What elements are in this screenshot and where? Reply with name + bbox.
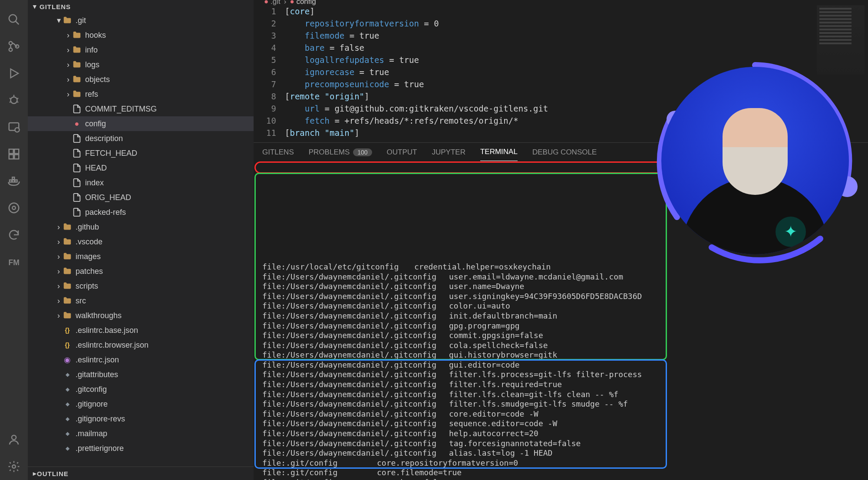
folder-icon xyxy=(63,266,72,276)
tree-item-label: .eslintrc.json xyxy=(76,355,119,365)
svg-point-25 xyxy=(12,435,16,440)
search-icon[interactable] xyxy=(7,12,21,27)
tree-item-label: packed-refs xyxy=(85,208,126,217)
tree-item[interactable]: ◆.mailmap xyxy=(28,426,254,441)
terminal-line: file:/Users/dwaynemcdaniel/.gitconfiguse… xyxy=(262,282,859,292)
scm-icon[interactable] xyxy=(7,39,21,54)
panel-tab-jupyter[interactable]: JUPYTER xyxy=(432,144,465,161)
json-icon: {} xyxy=(63,325,72,335)
explorer-sidebar: ▾ GITLENS ▾.git›hooks›info›logs›objects›… xyxy=(28,0,254,480)
tree-item[interactable]: HEAD xyxy=(28,161,254,175)
panel-tab-debug-console[interactable]: DEBUG CONSOLE xyxy=(532,144,597,161)
tree-item[interactable]: ›src xyxy=(28,293,254,308)
tree-item[interactable]: ◆.gitignore xyxy=(28,397,254,411)
terminal-line: file:/Users/dwaynemcdaniel/.gitconfiguse… xyxy=(262,292,859,302)
terminal-line: file:/Users/dwaynemcdaniel/.gitconfigcor… xyxy=(262,409,859,419)
folder-icon xyxy=(72,30,82,40)
svg-point-13 xyxy=(15,128,20,132)
panel-tab-label: PROBLEMS xyxy=(309,148,350,157)
panel-tab-label: TERMINAL xyxy=(480,148,518,156)
debug-alt-icon[interactable] xyxy=(7,66,21,81)
panel-tab-problems[interactable]: PROBLEMS100 xyxy=(309,144,372,161)
fm-icon[interactable]: FM xyxy=(7,254,21,269)
file-modified-icon: ● xyxy=(72,119,82,128)
gear-icon[interactable] xyxy=(7,459,21,474)
remote-explorer-icon[interactable] xyxy=(7,120,21,135)
tree-item-label: images xyxy=(76,252,101,261)
file-tree[interactable]: ▾.git›hooks›info›logs›objects›refs COMMI… xyxy=(28,13,254,467)
tree-item[interactable]: {}.eslintrc.base.json xyxy=(28,323,254,338)
config-file-icon: ◆ xyxy=(63,414,72,424)
bug-icon[interactable] xyxy=(7,93,21,108)
svg-rect-14 xyxy=(9,149,13,154)
tree-item[interactable]: {}.eslintrc.browser.json xyxy=(28,338,254,352)
tree-item[interactable]: COMMIT_EDITMSG xyxy=(28,102,254,116)
tree-item[interactable]: ◆.prettierignore xyxy=(28,441,254,456)
tree-item[interactable]: ›.vscode xyxy=(28,234,254,249)
panel-tab-output[interactable]: OUTPUT xyxy=(387,144,417,161)
folder-icon xyxy=(72,75,82,84)
terminal-line: file:/Users/dwaynemcdaniel/.gitconfigseq… xyxy=(262,419,859,429)
terminal-line: file:/Users/dwaynemcdaniel/.gitconfiggui… xyxy=(262,360,859,370)
tree-item[interactable]: ›refs xyxy=(28,87,254,102)
terminal-line: file:/Users/dwaynemcdaniel/.gitconfigtag… xyxy=(262,439,859,449)
tree-item[interactable]: ◆.gitconfig xyxy=(28,382,254,397)
chevron-right-icon: › xyxy=(55,223,63,231)
panel-tab-gitlens[interactable]: GITLENS xyxy=(262,144,294,161)
tree-item[interactable]: ◉.eslintrc.json xyxy=(28,352,254,367)
tree-item[interactable]: ◆.gitattributes xyxy=(28,367,254,382)
git-branch-icon[interactable] xyxy=(7,201,21,215)
tree-item[interactable]: ▾.git xyxy=(28,13,254,28)
explorer-title[interactable]: ▾ GITLENS xyxy=(28,0,254,13)
tree-item[interactable]: ›objects xyxy=(28,72,254,87)
file-icon xyxy=(72,193,82,202)
folder-icon xyxy=(72,60,82,69)
tree-item[interactable]: ›hooks xyxy=(28,28,254,43)
svg-line-1 xyxy=(16,21,19,25)
extensions-icon[interactable] xyxy=(7,147,21,161)
tree-item[interactable]: ◆.gitignore-revs xyxy=(28,411,254,426)
tree-item[interactable]: ●config xyxy=(28,116,254,131)
chevron-right-icon: › xyxy=(64,46,72,54)
config-file-icon: ◆ xyxy=(63,370,72,379)
tree-item[interactable]: FETCH_HEAD xyxy=(28,146,254,161)
tree-item-label: logs xyxy=(85,60,99,69)
panel-tab-terminal[interactable]: TERMINAL xyxy=(480,143,518,161)
chevron-right-icon: › xyxy=(64,61,72,69)
file-icon xyxy=(72,134,82,143)
account-icon[interactable] xyxy=(7,432,21,447)
tree-item[interactable]: ›patches xyxy=(28,264,254,279)
chevron-right-icon: › xyxy=(55,238,63,246)
highlight-system-box xyxy=(254,161,667,174)
tree-item-label: .vscode xyxy=(76,237,102,247)
tree-item-label: info xyxy=(85,46,98,55)
tree-item[interactable]: ›info xyxy=(28,43,254,57)
tree-item[interactable]: description xyxy=(28,131,254,146)
folder-icon xyxy=(63,237,72,247)
tree-item[interactable]: packed-refs xyxy=(28,205,254,220)
breadcrumb[interactable]: ● .git › ● config xyxy=(254,0,868,3)
chevron-down-icon: ▾ xyxy=(55,16,63,24)
docker-icon[interactable] xyxy=(7,174,21,188)
terminal-line: file:/Users/dwaynemcdaniel/.gitconfigfil… xyxy=(262,390,859,400)
terminal-line: file:/Users/dwaynemcdaniel/.gitconfiguse… xyxy=(262,272,859,282)
tree-item[interactable]: ORIG_HEAD xyxy=(28,190,254,205)
outline-section[interactable]: ▸ OUTLINE xyxy=(28,467,254,480)
chevron-right-icon: › xyxy=(64,31,72,39)
sync-icon[interactable] xyxy=(7,227,21,242)
tree-item[interactable]: index xyxy=(28,175,254,190)
tree-item[interactable]: ›images xyxy=(28,249,254,264)
tree-item[interactable]: ›scripts xyxy=(28,279,254,293)
tree-item[interactable]: ›walkthroughs xyxy=(28,308,254,323)
svg-rect-17 xyxy=(14,155,19,159)
tree-item[interactable]: ›logs xyxy=(28,57,254,72)
tree-item-label: FETCH_HEAD xyxy=(85,149,137,158)
tree-item-label: index xyxy=(85,178,104,187)
tree-item-label: .github xyxy=(76,223,99,232)
svg-text:FM: FM xyxy=(9,258,20,267)
chevron-right-icon: › xyxy=(64,90,72,98)
tree-item[interactable]: ›.github xyxy=(28,220,254,234)
terminal-line: file:/Users/dwaynemcdaniel/.gitconfigfil… xyxy=(262,399,859,409)
tree-item-label: scripts xyxy=(76,282,98,291)
tree-item-label: walkthroughs xyxy=(76,311,122,320)
